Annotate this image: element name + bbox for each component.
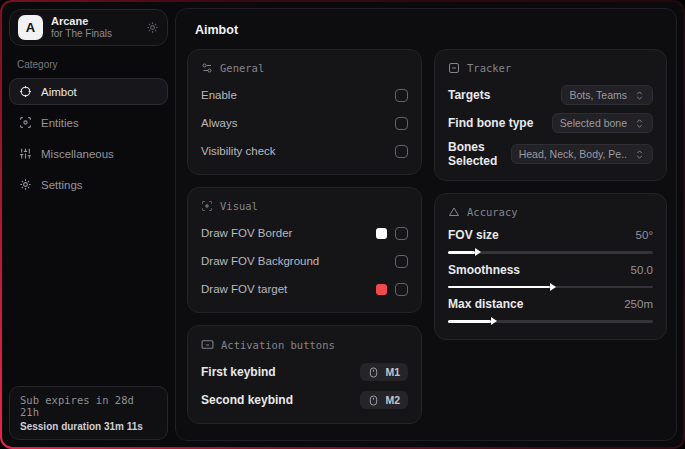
- slider-value: 50.0: [631, 264, 653, 276]
- crosshair-icon: [19, 85, 32, 98]
- sidebar-item-aimbot[interactable]: Aimbot: [9, 78, 168, 105]
- targets-select[interactable]: Bots, Teams: [561, 85, 653, 105]
- setting-row: Enable: [201, 84, 408, 106]
- square-minus-icon: [448, 62, 460, 74]
- sidebar-item-miscellaneous[interactable]: Miscellaneous: [9, 140, 168, 167]
- sidebar-item-entities[interactable]: Entities: [9, 109, 168, 136]
- slider-fill: [448, 320, 491, 323]
- sliders-icon: [19, 147, 32, 160]
- triangle-icon: [448, 206, 460, 218]
- sidebar: A Arcane for The Finals Category: [2, 2, 175, 447]
- app-header-card: A Arcane for The Finals: [9, 9, 168, 46]
- focus-icon: [201, 200, 213, 212]
- dropdown-label: Bones Selected: [448, 140, 511, 168]
- chevrons-up-down-icon: [634, 90, 645, 101]
- setting-label: Visibility check: [201, 145, 276, 157]
- select-value: Head, Neck, Body, Pe..: [519, 148, 627, 160]
- slider-value: 50°: [636, 229, 653, 241]
- app-logo: A: [18, 15, 43, 40]
- fov-size-slider-group: FOV size 50°: [448, 228, 653, 254]
- enable-checkbox[interactable]: [395, 89, 408, 102]
- always-checkbox[interactable]: [395, 117, 408, 130]
- bones-selected-select[interactable]: Head, Neck, Body, Pe..: [511, 144, 653, 164]
- fov-border-color-swatch[interactable]: [376, 228, 387, 239]
- accuracy-card-header: Accuracy: [448, 206, 653, 218]
- tracker-card: Tracker Targets Bots, Teams: [434, 49, 667, 181]
- fov-size-slider[interactable]: [448, 251, 653, 254]
- session-duration-text: Session duration 31m 11s: [20, 421, 157, 432]
- sidebar-item-label: Entities: [41, 117, 79, 129]
- section-title: Accuracy: [467, 206, 518, 218]
- chevrons-up-down-icon: [634, 149, 645, 160]
- keybind-row: Second keybind M2: [201, 389, 408, 411]
- setting-label: Enable: [201, 89, 237, 101]
- setting-row: Draw FOV Background: [201, 250, 408, 272]
- category-label: Category: [17, 59, 175, 70]
- smoothness-slider-group: Smoothness 50.0: [448, 263, 653, 289]
- sidebar-item-label: Settings: [41, 179, 83, 191]
- slider-label: Max distance: [448, 297, 523, 311]
- keybind-label: Second keybind: [201, 393, 293, 407]
- dropdown-label: Find bone type: [448, 116, 533, 130]
- accuracy-card: Accuracy FOV size 50°: [434, 193, 667, 340]
- sub-expiry-text: Sub expires in 28d 21h: [20, 394, 157, 418]
- slider-fill: [448, 251, 475, 254]
- select-value: Selected bone: [560, 117, 627, 129]
- chevrons-up-down-icon: [634, 118, 645, 129]
- visibility-check-checkbox[interactable]: [395, 145, 408, 158]
- main-panel: Aimbot General: [175, 8, 677, 441]
- slider-fill: [448, 286, 551, 289]
- section-title: Tracker: [467, 62, 511, 74]
- dropdown-label: Targets: [448, 88, 490, 102]
- general-card-header: General: [201, 62, 408, 74]
- keyboard-icon: [201, 338, 214, 351]
- draw-fov-target-checkbox[interactable]: [395, 283, 408, 296]
- find-bone-type-select[interactable]: Selected bone: [552, 113, 653, 133]
- first-keybind-button[interactable]: M1: [360, 363, 408, 381]
- general-card: General Enable Always Visibility check: [187, 49, 422, 175]
- sidebar-nav: Aimbot Entities: [9, 78, 168, 198]
- max-distance-slider[interactable]: [448, 320, 653, 323]
- setting-label: Draw FOV Border: [201, 227, 292, 239]
- smoothness-slider[interactable]: [448, 286, 653, 289]
- subscription-card: Sub expires in 28d 21h Session duration …: [9, 386, 168, 440]
- keybind-value: M2: [385, 394, 400, 406]
- max-distance-slider-group: Max distance 250m: [448, 297, 653, 323]
- setting-label: Draw FOV target: [201, 283, 287, 295]
- app-titles: Arcane for The Finals: [51, 15, 138, 39]
- setting-row: Draw FOV Border: [201, 222, 408, 244]
- window-frame: A Arcane for The Finals Category: [0, 0, 685, 449]
- gear-icon: [19, 178, 32, 191]
- setting-label: Always: [201, 117, 237, 129]
- settings-sliders-icon: [201, 62, 213, 74]
- app-name: Arcane: [51, 15, 138, 28]
- mouse-icon: [368, 395, 379, 406]
- draw-fov-background-checkbox[interactable]: [395, 255, 408, 268]
- keybind-label: First keybind: [201, 365, 276, 379]
- sidebar-item-settings[interactable]: Settings: [9, 171, 168, 198]
- gear-icon[interactable]: [146, 21, 159, 34]
- slider-label: FOV size: [448, 228, 499, 242]
- section-title: Visual: [220, 200, 258, 212]
- app-subtitle: for The Finals: [51, 28, 138, 40]
- content-columns: General Enable Always Visibility check: [187, 49, 667, 424]
- activation-card-header: Activation buttons: [201, 338, 408, 351]
- mouse-icon: [368, 367, 379, 378]
- keybind-value: M1: [385, 366, 400, 378]
- second-keybind-button[interactable]: M2: [360, 391, 408, 409]
- scan-eye-icon: [19, 116, 32, 129]
- activation-card: Activation buttons First keybind M1: [187, 325, 422, 424]
- select-value: Bots, Teams: [569, 89, 627, 101]
- fov-target-color-swatch[interactable]: [376, 284, 387, 295]
- keybind-row: First keybind M1: [201, 361, 408, 383]
- visual-card: Visual Draw FOV Border Draw FOV Backgrou…: [187, 187, 422, 313]
- sidebar-item-label: Miscellaneous: [41, 148, 114, 160]
- dropdown-row: Find bone type Selected bone: [448, 112, 653, 134]
- draw-fov-border-checkbox[interactable]: [395, 227, 408, 240]
- left-column: General Enable Always Visibility check: [187, 49, 422, 424]
- slider-value: 250m: [624, 298, 653, 310]
- section-title: General: [220, 62, 264, 74]
- visual-card-header: Visual: [201, 200, 408, 212]
- slider-label: Smoothness: [448, 263, 520, 277]
- setting-row: Always: [201, 112, 408, 134]
